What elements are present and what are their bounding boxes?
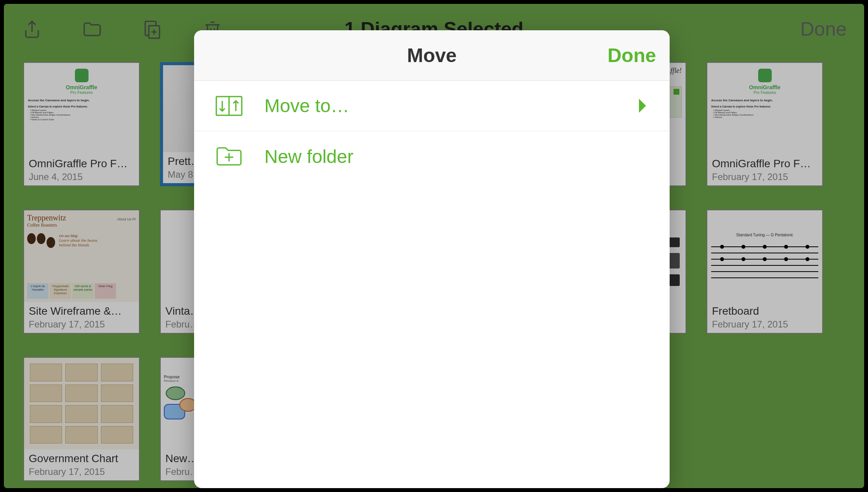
new-folder-icon (215, 145, 243, 168)
move-to-item[interactable]: Move to… (194, 81, 670, 131)
chevron-right-icon (637, 97, 648, 114)
modal-list: Move to… New folder (194, 81, 670, 182)
move-to-label: Move to… (264, 95, 637, 116)
new-folder-label: New folder (264, 146, 648, 167)
move-to-icon (215, 94, 243, 118)
modal-title: Move (407, 44, 457, 67)
new-folder-item[interactable]: New folder (194, 131, 670, 182)
move-modal: Move Done Move to… (194, 30, 670, 488)
modal-done-button[interactable]: Done (608, 44, 656, 67)
modal-header: Move Done (194, 30, 670, 81)
